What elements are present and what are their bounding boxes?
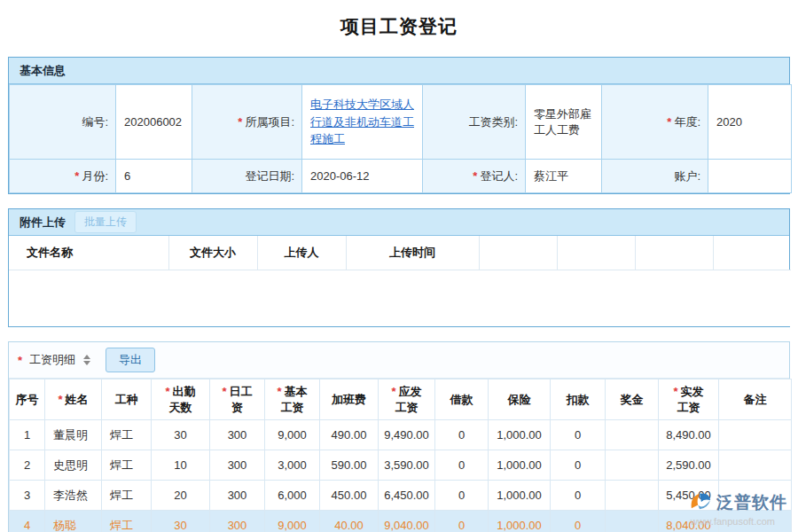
- vendor-logo: 泛普软件 www.fanpusoft.com: [688, 490, 787, 527]
- salary-col-header: 工种: [102, 379, 152, 420]
- page-root: 项目工资登记 基本信息 编号: 202006002 *所属项目: 电子科技大学区…: [0, 0, 798, 532]
- salary-cell: 1,000.00: [489, 450, 551, 481]
- year-field-value: 2020: [708, 85, 792, 160]
- salary-cell: 董晨明: [45, 420, 102, 450]
- attachments-empty-area: [9, 270, 791, 326]
- salary-cell: 450.00: [320, 481, 379, 511]
- attach-col-header-empty: [713, 236, 791, 270]
- salary-cell: 杨聪: [45, 511, 102, 532]
- salary-col-header: 序号: [10, 379, 45, 420]
- salary-cell: 2,590.00: [659, 450, 719, 481]
- salary-col-header: *应发 工资: [379, 379, 435, 420]
- salary-cell: 史思明: [45, 450, 102, 481]
- salary-cell: 300: [210, 420, 265, 450]
- attachments-title: 附件上传: [20, 215, 66, 231]
- salary-cell: 1: [10, 420, 45, 450]
- basic-info-panel: 基本信息 编号: 202006002 *所属项目: 电子科技大学区域人行道及非机…: [8, 57, 790, 194]
- required-mark: *: [165, 385, 169, 398]
- salary-cell: 3,000: [265, 450, 320, 481]
- salary-row[interactable]: 2史思明焊工103003,000590.003,590.0001,000.000…: [10, 450, 792, 481]
- export-button[interactable]: 导出: [106, 348, 155, 372]
- attachments-header: 附件上传 批量上传: [9, 209, 789, 236]
- salary-cell: 焊工: [102, 450, 152, 481]
- salary-cell: 李浩然: [45, 481, 102, 511]
- attach-col-header-empty: [635, 236, 713, 270]
- salary-cell: 6,000: [265, 481, 320, 511]
- salary-cell: 9,490.00: [379, 420, 435, 450]
- salary-cell: 0: [435, 450, 489, 481]
- salary-cell: 0: [435, 511, 489, 532]
- salary-cell: [719, 450, 792, 481]
- salary-cell: 9,040.00: [379, 511, 435, 532]
- salary-cell: 30: [152, 420, 210, 450]
- salary-cell: 9,000: [265, 420, 320, 450]
- attachments-panel: 附件上传 批量上传 文件名称文件大小上传人上传时间: [8, 208, 790, 327]
- salary-cell: 40.00: [320, 511, 379, 532]
- salary-cell: 4: [10, 511, 45, 532]
- salary-cell: 300: [210, 481, 265, 511]
- basic-info-form: 编号: 202006002 *所属项目: 电子科技大学区域人行道及非机动车道工程…: [9, 84, 792, 193]
- salary-cell: 1,000.00: [489, 511, 551, 532]
- salary-required-mark: *: [18, 354, 22, 367]
- salary-toolbar: * 工资明细 导出: [9, 342, 789, 379]
- account-field-label: 账户:: [602, 160, 708, 193]
- salary-cell: 焊工: [102, 481, 152, 511]
- salary-row[interactable]: 1董晨明焊工303009,000490.009,490.0001,000.000…: [10, 420, 792, 450]
- salary-cell: [606, 511, 659, 532]
- salary-cell: 焊工: [102, 511, 152, 532]
- basic-info-header: 基本信息: [9, 58, 789, 84]
- salary-row[interactable]: 3李浩然焊工203006,000450.006,450.0001,000.000…: [10, 481, 792, 511]
- salary-cell: 590.00: [320, 450, 379, 481]
- salary-cell: 1,000.00: [489, 420, 551, 450]
- salary-col-header: *实发 工资: [659, 379, 719, 420]
- batch-upload-button[interactable]: 批量上传: [74, 211, 137, 233]
- attach-col-header: 上传时间: [346, 236, 479, 270]
- salary-cell: 0: [551, 420, 606, 450]
- attach-col-header: 文件大小: [168, 236, 257, 270]
- salary-cell: 8,490.00: [659, 420, 719, 450]
- sort-icon[interactable]: [83, 355, 90, 365]
- salary-col-header: 扣款: [551, 379, 606, 420]
- salary-cell: [606, 481, 659, 511]
- month-field-label: *月份:: [10, 160, 116, 193]
- salary-cell: 0: [435, 420, 489, 450]
- salary-row[interactable]: 4杨聪焊工303009,00040.009,040.0001,000.0008,…: [10, 511, 792, 532]
- salary-col-header: *基本 工资: [265, 379, 320, 420]
- salary-cell: 30: [152, 511, 210, 532]
- required-mark: *: [673, 385, 677, 398]
- salary-col-header: *出勤 天数: [152, 379, 210, 420]
- salary-cell: 10: [152, 450, 210, 481]
- registrant-label: *登记人:: [423, 160, 526, 193]
- salary-col-header: 加班费: [320, 379, 379, 420]
- vendor-logo-icon: [688, 490, 713, 515]
- salary-category-label: 工资类别:: [423, 85, 526, 160]
- salary-col-header: 备注: [719, 379, 792, 420]
- project-field-label: *所属项目:: [192, 85, 302, 160]
- required-mark: *: [277, 385, 281, 398]
- vendor-watermark: www.fanpusoft.com: [688, 516, 775, 527]
- salary-cell: [719, 420, 792, 450]
- salary-cell: 0: [435, 481, 489, 511]
- basic-info-title: 基本信息: [20, 63, 66, 79]
- salary-col-header: 借款: [435, 379, 489, 420]
- salary-cell: [606, 420, 659, 450]
- salary-cell: 3,590.00: [379, 450, 435, 481]
- salary-cell: 2: [10, 450, 45, 481]
- salary-header-row: 序号*姓名工种*出勤 天数*日工 资*基本 工资加班费*应发 工资借款保险扣款奖…: [10, 379, 792, 420]
- salary-cell: 300: [210, 450, 265, 481]
- salary-cell: 9,000: [265, 511, 320, 532]
- month-field-value: 6: [116, 160, 192, 193]
- attach-col-header-empty: [479, 236, 557, 270]
- salary-cell: 20: [152, 481, 210, 511]
- salary-col-header: *日工 资: [210, 379, 265, 420]
- attachments-table: 文件名称文件大小上传人上传时间: [9, 236, 791, 326]
- salary-col-header: 奖金: [606, 379, 659, 420]
- salary-table: 序号*姓名工种*出勤 天数*日工 资*基本 工资加班费*应发 工资借款保险扣款奖…: [9, 379, 792, 532]
- salary-cell: 300: [210, 511, 265, 532]
- register-date-value: 2020-06-12: [302, 160, 423, 193]
- registrant-value: 蔡江平: [526, 160, 602, 193]
- salary-col-header: *姓名: [45, 379, 102, 420]
- salary-cell: 0: [551, 481, 606, 511]
- project-link[interactable]: 电子科技大学区域人行道及非机动车道工程施工: [310, 98, 414, 145]
- page-title: 项目工资登记: [8, 0, 790, 57]
